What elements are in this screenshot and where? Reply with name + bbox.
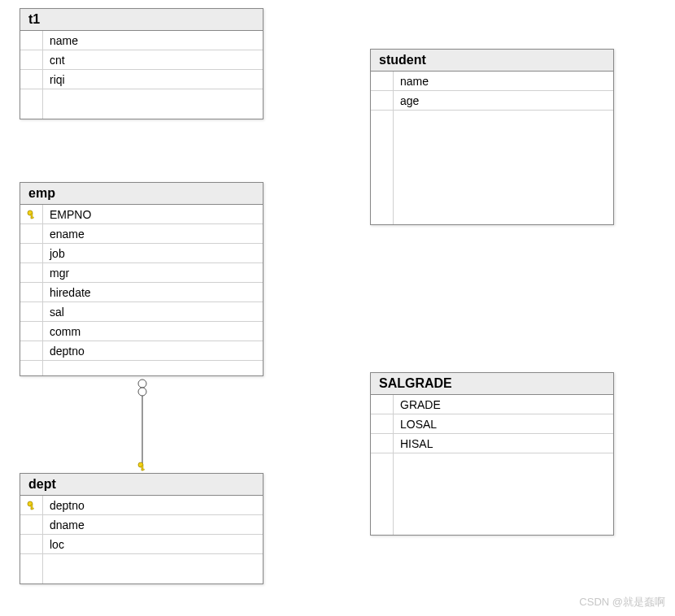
- column-name: riqi: [43, 73, 65, 86]
- table-columns: name age: [371, 72, 613, 224]
- column-name: EMPNO: [43, 208, 91, 221]
- pk-indicator: [20, 50, 43, 69]
- pk-indicator: [371, 434, 394, 453]
- pk-indicator: [371, 395, 394, 414]
- column-name: name: [43, 34, 78, 47]
- table-row[interactable]: LOSAL: [371, 414, 613, 434]
- table-row[interactable]: riqi: [20, 70, 263, 89]
- column-name: cnt: [43, 54, 65, 67]
- pk-indicator: [371, 91, 394, 110]
- table-row[interactable]: EMPNO: [20, 205, 263, 224]
- pk-indicator: [20, 263, 43, 282]
- table-row[interactable]: dname: [20, 515, 263, 535]
- pk-indicator: [20, 205, 43, 223]
- svg-point-9: [138, 462, 143, 467]
- watermark: CSDN @就是蠢啊: [579, 595, 665, 609]
- pk-indicator: [371, 414, 394, 433]
- table-header[interactable]: SALGRADE: [371, 373, 613, 395]
- pk-indicator: [20, 283, 43, 301]
- column-name: name: [394, 75, 429, 88]
- pk-indicator: [20, 341, 43, 360]
- pk-indicator: [371, 72, 394, 90]
- table-row[interactable]: loc: [20, 535, 263, 554]
- column-name: LOSAL: [394, 418, 437, 431]
- column-name: age: [394, 94, 419, 107]
- table-padding: [371, 453, 613, 535]
- table-row[interactable]: mgr: [20, 263, 263, 283]
- table-row[interactable]: deptno: [20, 341, 263, 361]
- table-row[interactable]: GRADE: [371, 395, 613, 414]
- svg-rect-5: [31, 508, 34, 510]
- table-padding: [20, 554, 263, 583]
- table-row[interactable]: age: [371, 91, 613, 111]
- column-name: sal: [43, 306, 64, 319]
- primary-key-icon: [27, 501, 37, 510]
- pk-indicator: [20, 244, 43, 262]
- pk-indicator: [20, 31, 43, 50]
- table-padding: [20, 361, 263, 375]
- column-name: deptno: [43, 345, 85, 358]
- table-row[interactable]: name: [20, 31, 263, 50]
- column-name: hiredate: [43, 286, 91, 299]
- table-student[interactable]: student name age: [370, 49, 614, 225]
- table-row[interactable]: job: [20, 244, 263, 263]
- table-padding: [20, 89, 263, 119]
- column-name: mgr: [43, 267, 69, 280]
- column-name: ename: [43, 228, 85, 241]
- table-columns: GRADE LOSAL HISAL: [371, 395, 613, 535]
- column-name: dname: [43, 518, 85, 531]
- table-padding: [371, 111, 613, 224]
- table-header[interactable]: emp: [20, 183, 263, 205]
- pk-indicator: [20, 515, 43, 534]
- pk-indicator: [20, 322, 43, 341]
- table-row[interactable]: deptno: [20, 496, 263, 515]
- table-row[interactable]: comm: [20, 322, 263, 341]
- pk-indicator: [20, 224, 43, 243]
- table-emp[interactable]: emp EMPNO ename job mgr hiredate: [20, 182, 263, 376]
- table-dept[interactable]: dept deptno dname loc: [20, 473, 263, 584]
- table-header[interactable]: dept: [20, 474, 263, 496]
- table-row[interactable]: sal: [20, 302, 263, 322]
- svg-rect-10: [142, 466, 143, 471]
- svg-point-8: [138, 388, 146, 396]
- table-row[interactable]: cnt: [20, 50, 263, 70]
- table-header[interactable]: t1: [20, 9, 263, 31]
- table-row[interactable]: hiredate: [20, 283, 263, 302]
- column-name: deptno: [43, 499, 85, 512]
- svg-rect-11: [142, 469, 145, 471]
- svg-point-7: [138, 380, 146, 388]
- table-columns: deptno dname loc: [20, 496, 263, 583]
- table-row[interactable]: HISAL: [371, 434, 613, 453]
- column-name: comm: [43, 325, 81, 338]
- table-salgrade[interactable]: SALGRADE GRADE LOSAL HISAL: [370, 372, 614, 536]
- pk-indicator: [20, 302, 43, 321]
- pk-indicator: [20, 496, 43, 514]
- column-name: job: [43, 247, 65, 260]
- pk-indicator: [20, 70, 43, 89]
- table-header[interactable]: student: [371, 50, 613, 72]
- column-name: loc: [43, 538, 64, 551]
- svg-rect-2: [31, 217, 34, 219]
- table-columns: name cnt riqi: [20, 31, 263, 119]
- table-columns: EMPNO ename job mgr hiredate sal comm d: [20, 205, 263, 375]
- pk-indicator: [20, 535, 43, 553]
- relation-emp-dept: [130, 375, 155, 475]
- primary-key-icon: [27, 210, 37, 219]
- table-row[interactable]: ename: [20, 224, 263, 244]
- table-t1[interactable]: t1 name cnt riqi: [20, 8, 263, 119]
- column-name: GRADE: [394, 398, 441, 411]
- column-name: HISAL: [394, 437, 433, 450]
- table-row[interactable]: name: [371, 72, 613, 91]
